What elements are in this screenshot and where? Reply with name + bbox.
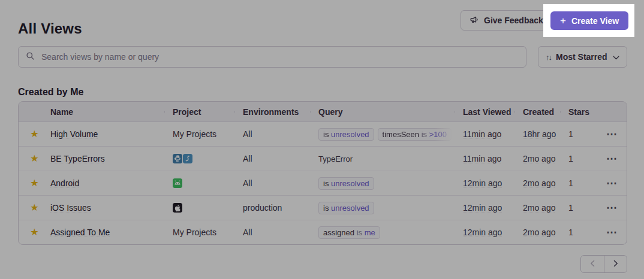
create-view-label: Create View — [571, 16, 619, 26]
create-view-button[interactable]: + Create View — [550, 11, 628, 30]
dim-overlay — [0, 0, 644, 279]
plus-icon: + — [560, 16, 566, 26]
all-views-page: All Views Give Feedback ↑↓ Most Starred … — [0, 0, 644, 279]
